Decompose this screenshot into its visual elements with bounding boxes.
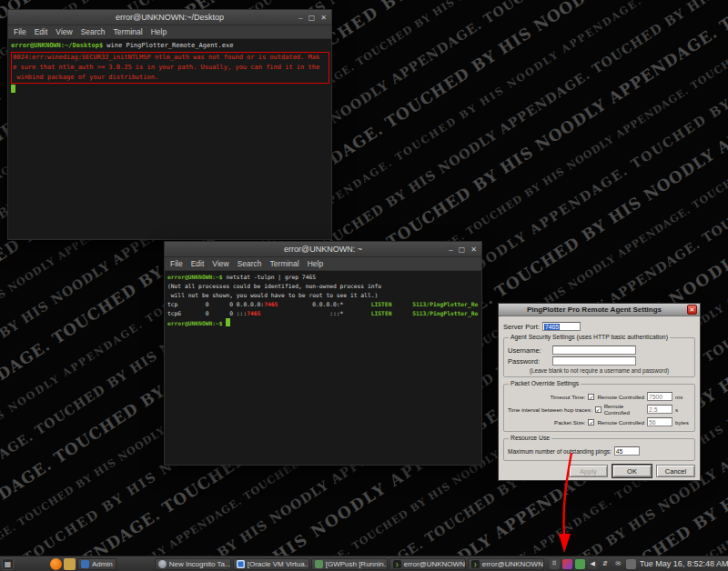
dialog-title: PingPlotter Pro Remote Agent Settings [501,306,687,314]
menu-search[interactable]: Search [81,27,106,36]
menu-edit[interactable]: Edit [191,259,205,268]
menu-edit[interactable]: Edit [35,27,48,36]
terminal-output[interactable]: error@UNKNOWN:~/Desktop$ wine PingPlotte… [8,39,331,239]
terminal-icon: ❯ [393,560,401,568]
menu-terminal[interactable]: Terminal [114,27,143,36]
terminal-prompt-line: error@UNKNOWN:~$ netstat -tulpn | grep 7… [167,273,479,282]
admin-label: Admin [92,560,113,568]
menu-file[interactable]: File [170,259,183,268]
dialog-titlebar[interactable]: PingPlotter Pro Remote Agent Settings ✕ [499,304,700,316]
terminal-window-home[interactable]: error@UNKNOWN: ~ – ▢ ✕ File Edit View Se… [164,241,482,466]
dialog-close-button[interactable]: ✕ [687,305,697,315]
tray-icon-volume[interactable]: ◀ [588,559,598,569]
ok-button[interactable]: OK [612,465,652,477]
menu-terminal[interactable]: Terminal [270,259,299,268]
taskbar-window-incognito[interactable]: New Incognito Ta... [155,558,231,570]
close-button[interactable]: ✕ [470,245,477,254]
resource-use-group: Resource Use Maximum number of outstandi… [503,438,695,461]
interval-unit: s [675,406,691,413]
packet-size-remote-checkbox[interactable]: ✓ [588,419,594,426]
menu-search[interactable]: Search [238,259,262,268]
firefox-launcher-icon[interactable] [50,558,62,570]
menu-help[interactable]: Help [308,259,323,268]
incognito-icon [158,560,167,568]
server-port-label: Server Port: [503,323,540,331]
admin-icon [81,560,89,568]
minimize-button[interactable]: – [449,245,452,254]
username-field[interactable] [552,346,636,355]
interval-field[interactable]: 2.5 [647,405,672,414]
system-tray[interactable]: ⠿ ◀ ⇵ ✉ [550,559,636,569]
taskbar[interactable]: ▦ Admin New Incognito Ta... [Oracle VM V… [0,556,728,571]
remote-controlled-label: Remote Controlled [597,394,644,400]
tray-icon-power[interactable] [626,559,636,569]
packet-group-label: Packet Override Settings [509,380,581,386]
terminal-icon: ❯ [471,560,480,568]
resource-group-label: Resource Use [509,435,551,441]
password-label: Password: [508,357,550,366]
cancel-button[interactable]: Cancel [656,465,695,477]
annotation-arrow [544,451,590,556]
packet-size-unit: bytes [675,419,691,426]
minimize-button[interactable]: – [298,14,302,22]
blank-credentials-note: (Leave blank to not require a username a… [508,367,691,374]
tray-icon-network[interactable]: ⇵ [601,559,611,569]
menu-view[interactable]: View [212,259,228,268]
menu-help[interactable]: Help [151,27,167,36]
tray-icon-mail[interactable]: ✉ [613,559,623,569]
terminal-cursor-line [11,85,329,95]
terminal-prompt-line: error@UNKNOWN:~/Desktop$ wine PingPlotte… [11,41,329,51]
terminal-output[interactable]: error@UNKNOWN:~$ netstat -tulpn | grep 7… [165,271,481,465]
error-highlight-box: 0024:err:winediag:SECUR32_initNTLMSP ntl… [11,52,329,84]
menu-button[interactable]: ▦ [2,558,14,570]
taskbar-window-admin[interactable]: Admin [77,558,116,570]
timeout-remote-checkbox[interactable]: ✓ [588,394,594,400]
packet-size-label: Packet Size: [508,419,585,426]
netstat-notice-line: (Not all processes could be identified, … [167,282,479,291]
terminal-cursor [226,318,230,326]
menu-file[interactable]: File [14,27,26,36]
timeout-field[interactable]: 7500 [647,392,672,401]
titlebar[interactable]: error@UNKNOWN:~/Desktop – ▢ ✕ [8,10,331,25]
window-label: error@UNKNOWN... [404,560,466,568]
window-label: error@UNKNOWN... [482,560,544,568]
menu-view[interactable]: View [56,27,72,36]
username-label: Username: [508,346,550,355]
interval-remote-checkbox[interactable]: ✓ [595,406,602,413]
tray-icon-shield[interactable] [575,559,585,569]
netstat-notice-line: will not be shown, you would have to be … [167,291,479,300]
terminal-window-desktop[interactable]: error@UNKNOWN:~/Desktop – ▢ ✕ File Edit … [7,9,332,240]
window-title: error@UNKNOWN:~/Desktop [116,13,224,22]
packet-override-group: Packet Override Settings Timeout Time: ✓… [503,384,695,432]
files-launcher-icon[interactable] [64,558,76,570]
timeout-unit: ms [675,394,691,400]
titlebar[interactable]: error@UNKNOWN: ~ – ▢ ✕ [165,242,481,257]
remote-controlled-label: Remote Controlled [597,419,644,426]
packet-size-field[interactable]: 56 [647,417,672,426]
server-port-field[interactable]: 7465 [542,322,581,331]
taskbar-window-virtualbox[interactable]: [Oracle VM Virtua... [233,558,309,570]
taskbar-window-terminal-1[interactable]: ❯ error@UNKNOWN... [389,558,466,570]
interval-label: Time interval between hop traces: [508,406,592,413]
tray-icon-pingplotter[interactable] [562,559,572,569]
settings-dialog[interactable]: PingPlotter Pro Remote Agent Settings ✕ … [498,303,701,481]
tray-icon-keyboard[interactable]: ⠿ [550,559,560,569]
maximize-button[interactable]: ▢ [308,14,316,22]
password-field[interactable] [552,356,636,366]
wine-error-line: winbind package of your distribution. [13,73,328,83]
security-settings-group: Agent Security Settings (uses HTTP basic… [503,337,695,377]
wine-error-line: 0024:err:winediag:SECUR32_initNTLMSP ntl… [13,53,328,63]
menubar: File Edit View Search Terminal Help [165,257,481,271]
taskbar-clock[interactable]: Tue May 16, 8:52:48 AM [640,559,728,568]
gwpush-icon [315,560,323,568]
window-label: [GWPush [Runnin... [326,560,388,568]
window-title: error@UNKNOWN: ~ [284,245,362,254]
window-label: New Incognito Ta... [169,560,231,568]
virtualbox-icon [237,560,245,568]
taskbar-window-terminal-2[interactable]: ❯ error@UNKNOWN... [468,558,544,570]
max-pings-field[interactable]: 45 [614,446,640,456]
close-button[interactable]: ✕ [320,14,327,22]
window-label: [Oracle VM Virtua... [248,560,309,568]
taskbar-window-gwpush[interactable]: [GWPush [Runnin... [311,558,388,570]
maximize-button[interactable]: ▢ [459,245,466,254]
